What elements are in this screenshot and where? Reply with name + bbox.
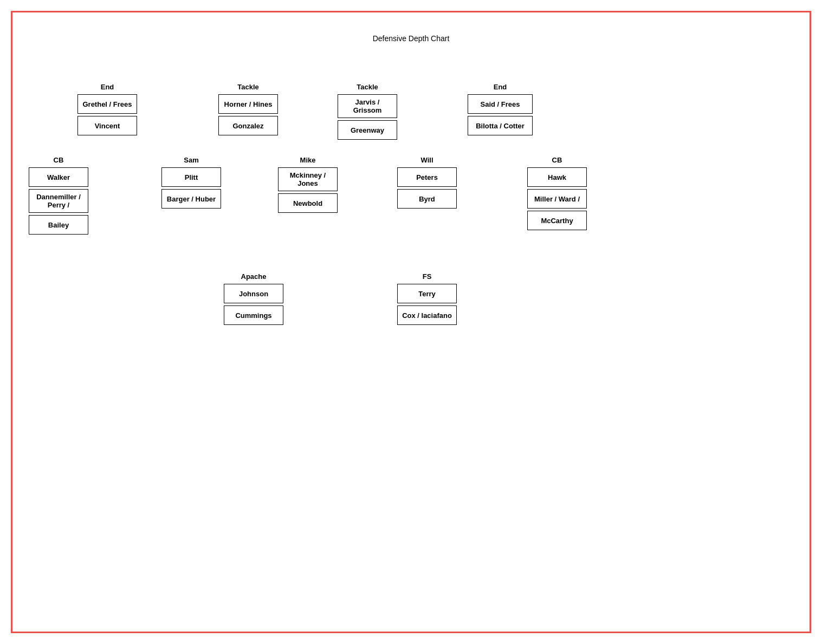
end-left-player-2: Vincent [77,116,137,135]
end-right-player-2: Bilotta / Cotter [468,116,533,135]
position-tackle-right: Tackle Jarvis / Grissom Greenway [338,83,397,140]
end-right-players: Said / Frees Bilotta / Cotter [468,94,533,135]
cb-left-player-1: Walker [29,167,88,187]
tackle-right-player-1: Jarvis / Grissom [338,94,397,118]
cb-right-player-2: Miller / Ward / [527,189,587,209]
tackle-left-label: Tackle [237,83,259,91]
mike-player-1: Mckinney / Jones [278,167,338,191]
fs-label: FS [423,272,432,281]
fs-player-1: Terry [397,284,457,303]
sam-players: Plitt Barger / Huber [161,167,221,209]
tackle-right-players: Jarvis / Grissom Greenway [338,94,397,140]
sam-player-2: Barger / Huber [161,189,221,209]
tackle-left-players: Horner / Hines Gonzalez [218,94,278,135]
chart-area: End Grethel / Frees Vincent Tackle Horne… [12,56,810,632]
sam-label: Sam [184,156,198,164]
cb-right-player-3: McCarthy [527,211,587,230]
position-tackle-left: Tackle Horner / Hines Gonzalez [218,83,278,135]
cb-left-player-2: Dannemiller / Perry / [29,189,88,213]
mike-players: Mckinney / Jones Newbold [278,167,338,213]
sam-player-1: Plitt [161,167,221,187]
tackle-right-player-2: Greenway [338,120,397,140]
mike-label: Mike [300,156,316,164]
mike-player-2: Newbold [278,193,338,213]
cb-right-player-1: Hawk [527,167,587,187]
position-apache: Apache Johnson Cummings [224,272,283,325]
position-will: Will Peters Byrd [397,156,457,209]
will-players: Peters Byrd [397,167,457,209]
page-title: Defensive Depth Chart [12,34,810,43]
end-left-label: End [101,83,114,91]
position-cb-left: CB Walker Dannemiller / Perry / Bailey [29,156,88,235]
cb-right-players: Hawk Miller / Ward / McCarthy [527,167,587,230]
cb-left-player-3: Bailey [29,215,88,235]
apache-player-2: Cummings [224,305,283,325]
position-end-right: End Said / Frees Bilotta / Cotter [468,83,533,135]
tackle-left-player-1: Horner / Hines [218,94,278,114]
apache-players: Johnson Cummings [224,284,283,325]
end-left-player-1: Grethel / Frees [77,94,137,114]
position-cb-right: CB Hawk Miller / Ward / McCarthy [527,156,587,230]
fs-players: Terry Cox / Iaciafano [397,284,457,325]
position-fs: FS Terry Cox / Iaciafano [397,272,457,325]
end-right-player-1: Said / Frees [468,94,533,114]
outer-border: Defensive Depth Chart End Grethel / Free… [11,11,811,633]
will-player-1: Peters [397,167,457,187]
tackle-right-label: Tackle [357,83,378,91]
apache-label: Apache [241,272,267,281]
tackle-left-player-2: Gonzalez [218,116,278,135]
apache-player-1: Johnson [224,284,283,303]
end-right-label: End [494,83,507,91]
cb-right-label: CB [552,156,562,164]
end-left-players: Grethel / Frees Vincent [77,94,137,135]
position-mike: Mike Mckinney / Jones Newbold [278,156,338,213]
position-end-left: End Grethel / Frees Vincent [77,83,137,135]
will-player-2: Byrd [397,189,457,209]
fs-player-2: Cox / Iaciafano [397,305,457,325]
cb-left-players: Walker Dannemiller / Perry / Bailey [29,167,88,235]
position-sam: Sam Plitt Barger / Huber [161,156,221,209]
will-label: Will [421,156,433,164]
cb-left-label: CB [54,156,64,164]
